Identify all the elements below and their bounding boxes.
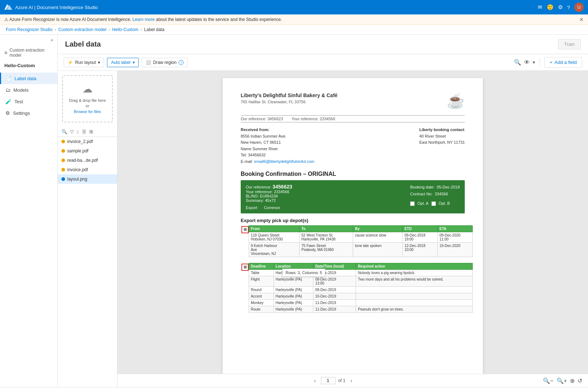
green-booking-date: Booking date: 05-Dec-2018 [410, 184, 460, 191]
sidebar-models-text: Models [13, 87, 29, 93]
emoji-icon[interactable]: 🙂 [547, 4, 554, 10]
table1-select-icon[interactable]: ⊞ [241, 226, 249, 233]
breadcrumb-sep-1: › [55, 27, 56, 32]
file-list-icon[interactable]: ☰ [81, 128, 87, 135]
auto-label-label: Auto label [111, 60, 130, 65]
contact-email-link[interactable]: email6@libertydelightfulsinful.com [254, 159, 314, 164]
zoom-in-button[interactable]: 🔍+ [557, 377, 567, 384]
settings-icon[interactable]: ⚙ [558, 4, 563, 10]
green-your-ref: Your reference: 2334566 [246, 190, 292, 194]
list-item[interactable]: invoice_2.pdf [58, 137, 117, 146]
sender-address: Received from: 8556 Indian Summer Ave.Ne… [241, 127, 314, 165]
contract-value: 334566 [435, 192, 448, 196]
toolbar-divider [540, 58, 540, 67]
table2-cell: Peanuts don't grow on trees. [356, 306, 473, 312]
file-search-icon[interactable]: 🔍 [61, 128, 68, 135]
notif-text: ⚠ Azure Form Recognizer is now Azure AI … [4, 17, 282, 22]
table2-cell: Monkey [249, 299, 274, 306]
collapse-sidebar-button[interactable]: « [0, 35, 57, 46]
zoom-reset-button[interactable]: ↺ [578, 377, 582, 384]
table2-select-icon[interactable]: ⊞ [241, 264, 249, 271]
run-layout-button[interactable]: ⚡ Run layout ▾ [64, 58, 104, 67]
list-item[interactable]: sample.pdf [58, 146, 117, 156]
list-item[interactable]: layout.png [58, 174, 117, 184]
notif-link[interactable]: Learn more [133, 17, 155, 22]
auto-label-button[interactable]: Auto label ▾ [107, 58, 138, 67]
contact-email: E-mail email6@libertydelightfulsinful.co… [241, 159, 314, 165]
train-button[interactable]: Train [558, 39, 581, 49]
file-sort-icon[interactable]: ↕ [76, 128, 80, 135]
app-sidebar-icon: ≡ [4, 50, 7, 56]
table1-wrapper: ⊞ From To By ETD ETA [241, 225, 465, 257]
work-area: ☁ Drag & drop file here or Browse for fi… [58, 71, 588, 387]
booking-title: Booking Confirmation – ORIGINAL [241, 171, 465, 177]
liberty-addr-text: 40 River StreetEast Northport, NY 11731 [419, 133, 465, 146]
breadcrumb-item-form-recognizer[interactable]: Form Recognizer Studio [6, 27, 52, 32]
next-page-button[interactable]: › [348, 377, 355, 384]
breadcrumb-sep-3: › [141, 27, 142, 32]
sidebar-item-label-data[interactable]: 📄 Label data [0, 73, 57, 84]
table1-header-2: By [353, 225, 403, 232]
email-icon[interactable]: ✉ [538, 4, 542, 10]
file-status-dot-active [61, 177, 65, 181]
file-filter-icon[interactable]: ▽ [69, 128, 74, 135]
received-from-label: Received from: [241, 127, 314, 133]
breadcrumb-current: Label data [144, 27, 164, 32]
auto-label-chevron-icon: ▾ [133, 60, 135, 65]
file-grid-icon[interactable]: ⊞ [89, 128, 94, 135]
add-field-button[interactable]: + Add a field [544, 57, 582, 68]
upload-text: Drag & drop file here or Browse for file… [67, 98, 108, 114]
table1-cell: 12-Dec-201810:00 [403, 242, 438, 257]
document-scroll[interactable]: Liberty's Delightful Sinful Bakery & Caf… [117, 71, 588, 374]
models-icon: 🗂 [5, 87, 10, 93]
table1-cell: 19-Dec-2020 [438, 242, 473, 257]
list-item[interactable]: invoice.pdf [58, 165, 117, 174]
run-layout-icon: ⚡ [68, 60, 73, 65]
close-notification-icon[interactable]: ✕ [579, 17, 584, 22]
table2-cell: Round [249, 286, 274, 293]
prev-page-button[interactable]: ‹ [312, 377, 318, 384]
sidebar-item-test[interactable]: 🧪 Test [0, 96, 57, 107]
upload-area[interactable]: ☁ Drag & drop file here or Browse for fi… [62, 75, 113, 122]
search-icon[interactable]: 🔍 [514, 59, 521, 66]
table-tooltip: Rows: 3, Columns: 5 [282, 269, 325, 277]
eye-icon[interactable]: 👁 [524, 59, 530, 66]
opt-b-checkbox[interactable] [432, 202, 436, 206]
green-summary-value: 45x72 [265, 198, 276, 203]
table2-header-3: Required action [356, 263, 473, 269]
browse-files-link[interactable]: Browse for files [74, 109, 101, 114]
table-row: Round Harleysville (PA) 09-Dec-2019 [249, 286, 473, 293]
nav-center: ‹ 1 of 1 › [312, 377, 354, 384]
top-bar-actions: ✉ 🙂 ⚙ ? U [538, 3, 584, 12]
page-number-input[interactable]: 1 [321, 377, 335, 384]
breadcrumb-item-custom-extraction[interactable]: Custom extraction model [58, 27, 106, 32]
notif-message: ⚠ [4, 17, 9, 22]
sidebar-test-text: Test [14, 99, 23, 104]
file-name: sample.pdf [67, 148, 89, 153]
zoom-fit-button[interactable]: ⊕ [570, 377, 575, 384]
drag-drop-text: Drag & drop file here or [69, 98, 106, 108]
file-status-dot [61, 140, 65, 143]
eye-chevron-icon[interactable]: ▾ [533, 60, 535, 65]
user-avatar[interactable]: U [574, 3, 584, 12]
sidebar: « ≡ Custom extraction model Hello-Custom… [0, 35, 58, 387]
opt-a-checkbox[interactable] [410, 202, 415, 206]
company-name: Liberty's Delightful Sinful Bakery & Caf… [241, 92, 338, 98]
table1-cell: 52 West Trenton St.Harleyville, PA 19438 [300, 232, 353, 242]
sidebar-app-title-text: Custom extraction model [9, 48, 53, 58]
sidebar-item-settings[interactable]: ⚙ Settings [0, 107, 57, 119]
table-row: Flight Harleysville (PA) 08-Dec-201913:0… [249, 276, 473, 286]
help-icon[interactable]: ? [567, 4, 570, 10]
file-status-dot [61, 149, 65, 153]
file-name: invoice_2.pdf [67, 139, 93, 144]
content-area: Label data Train ⚡ Run layout ▾ Auto lab… [58, 35, 588, 387]
table2-cell: 11-Dec-2019 [313, 306, 356, 312]
breadcrumb-item-hello-custom[interactable]: Hello-Custom [112, 27, 138, 32]
file-panel: ☁ Drag & drop file here or Browse for fi… [58, 71, 117, 387]
liberty-contact: Liberty booking contact 40 River StreetE… [419, 127, 465, 165]
sidebar-item-models[interactable]: 🗂 Models [0, 84, 57, 96]
draw-region-button[interactable]: ⬜ Draw region i [142, 58, 188, 67]
zoom-out-button[interactable]: 🔍− [543, 377, 553, 384]
list-item[interactable]: read-ba...de.pdf [58, 156, 117, 165]
your-ref: Your reference: 2334566 [292, 117, 335, 121]
